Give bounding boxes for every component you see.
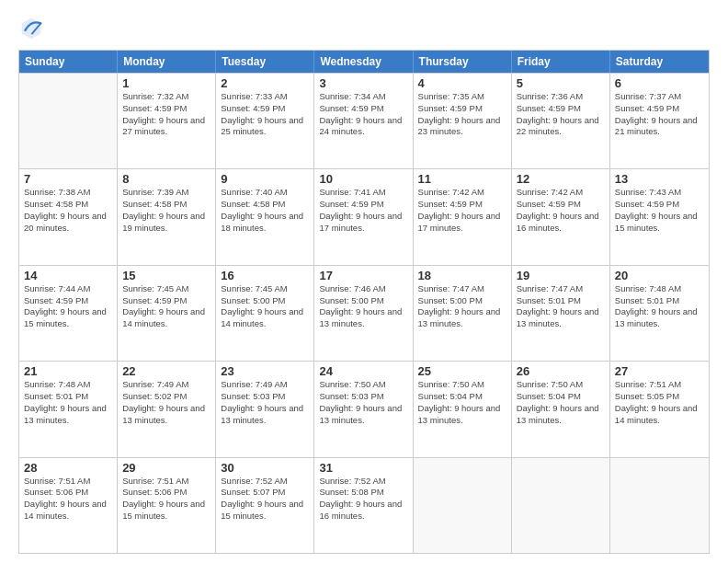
cal-cell: 7Sunrise: 7:38 AMSunset: 4:58 PMDaylight… — [19, 169, 118, 264]
day-info: Sunrise: 7:33 AMSunset: 4:59 PMDaylight:… — [221, 91, 309, 138]
cal-cell — [512, 458, 610, 553]
day-number: 21 — [24, 364, 112, 378]
day-number: 5 — [517, 76, 605, 90]
cal-cell — [414, 458, 512, 553]
day-number: 19 — [517, 269, 605, 282]
day-number: 9 — [221, 172, 309, 186]
day-info: Sunrise: 7:45 AMSunset: 5:00 PMDaylight:… — [221, 283, 309, 330]
week-row-2: 14Sunrise: 7:44 AMSunset: 4:59 PMDayligh… — [19, 265, 709, 361]
day-number: 27 — [615, 364, 704, 378]
day-number: 20 — [615, 269, 704, 282]
cal-cell: 10Sunrise: 7:41 AMSunset: 4:59 PMDayligh… — [314, 169, 413, 264]
cal-cell: 20Sunrise: 7:48 AMSunset: 5:01 PMDayligh… — [610, 266, 709, 361]
cal-cell: 19Sunrise: 7:47 AMSunset: 5:01 PMDayligh… — [512, 266, 610, 361]
day-number: 2 — [221, 76, 309, 90]
cal-cell: 30Sunrise: 7:52 AMSunset: 5:07 PMDayligh… — [216, 458, 314, 553]
cal-cell: 11Sunrise: 7:42 AMSunset: 4:59 PMDayligh… — [414, 169, 512, 264]
day-number: 18 — [418, 269, 506, 282]
day-info: Sunrise: 7:52 AMSunset: 5:07 PMDaylight:… — [221, 476, 309, 523]
day-info: Sunrise: 7:45 AMSunset: 4:59 PMDaylight:… — [122, 283, 210, 330]
cal-cell: 12Sunrise: 7:42 AMSunset: 4:59 PMDayligh… — [512, 169, 610, 264]
week-row-1: 7Sunrise: 7:38 AMSunset: 4:58 PMDaylight… — [19, 168, 709, 264]
cal-cell: 3Sunrise: 7:34 AMSunset: 4:59 PMDaylight… — [314, 74, 413, 168]
day-number: 15 — [122, 269, 210, 282]
day-number: 13 — [615, 172, 704, 186]
weekday-header-thursday: Thursday — [414, 51, 512, 73]
cal-cell: 18Sunrise: 7:47 AMSunset: 5:00 PMDayligh… — [414, 266, 512, 361]
day-info: Sunrise: 7:32 AMSunset: 4:59 PMDaylight:… — [122, 91, 210, 138]
page: SundayMondayTuesdayWednesdayThursdayFrid… — [0, 0, 728, 563]
day-number: 7 — [24, 172, 112, 186]
cal-cell: 26Sunrise: 7:50 AMSunset: 5:04 PMDayligh… — [512, 362, 610, 456]
cal-cell: 1Sunrise: 7:32 AMSunset: 4:59 PMDaylight… — [118, 74, 216, 168]
day-number: 12 — [517, 172, 605, 186]
day-info: Sunrise: 7:49 AMSunset: 5:03 PMDaylight:… — [221, 379, 309, 426]
day-info: Sunrise: 7:41 AMSunset: 4:59 PMDaylight:… — [319, 187, 407, 234]
cal-cell: 22Sunrise: 7:49 AMSunset: 5:02 PMDayligh… — [118, 362, 216, 456]
day-info: Sunrise: 7:37 AMSunset: 4:59 PMDaylight:… — [615, 91, 704, 138]
cal-cell: 15Sunrise: 7:45 AMSunset: 4:59 PMDayligh… — [118, 266, 216, 361]
day-info: Sunrise: 7:48 AMSunset: 5:01 PMDaylight:… — [615, 283, 704, 330]
day-info: Sunrise: 7:50 AMSunset: 5:03 PMDaylight:… — [319, 379, 407, 426]
day-number: 31 — [319, 461, 407, 475]
cal-cell: 27Sunrise: 7:51 AMSunset: 5:05 PMDayligh… — [610, 362, 709, 456]
day-number: 17 — [319, 269, 407, 282]
day-info: Sunrise: 7:49 AMSunset: 5:02 PMDaylight:… — [122, 379, 210, 426]
day-number: 14 — [24, 269, 112, 282]
day-info: Sunrise: 7:40 AMSunset: 4:58 PMDaylight:… — [221, 187, 309, 234]
weekday-header-wednesday: Wednesday — [314, 51, 413, 73]
day-number: 28 — [24, 461, 112, 475]
day-number: 6 — [615, 76, 704, 90]
cal-cell: 28Sunrise: 7:51 AMSunset: 5:06 PMDayligh… — [19, 458, 118, 553]
day-number: 10 — [319, 172, 407, 186]
day-info: Sunrise: 7:38 AMSunset: 4:58 PMDaylight:… — [24, 187, 112, 234]
cal-cell: 6Sunrise: 7:37 AMSunset: 4:59 PMDaylight… — [610, 74, 709, 168]
cal-cell: 14Sunrise: 7:44 AMSunset: 4:59 PMDayligh… — [19, 266, 118, 361]
day-info: Sunrise: 7:36 AMSunset: 4:59 PMDaylight:… — [517, 91, 605, 138]
day-info: Sunrise: 7:44 AMSunset: 4:59 PMDaylight:… — [24, 283, 112, 330]
weekday-header-friday: Friday — [512, 51, 610, 73]
cal-cell: 13Sunrise: 7:43 AMSunset: 4:59 PMDayligh… — [610, 169, 709, 264]
cal-cell: 25Sunrise: 7:50 AMSunset: 5:04 PMDayligh… — [414, 362, 512, 456]
day-number: 4 — [418, 76, 506, 90]
day-info: Sunrise: 7:42 AMSunset: 4:59 PMDaylight:… — [517, 187, 605, 234]
day-number: 16 — [221, 269, 309, 282]
week-row-0: 1Sunrise: 7:32 AMSunset: 4:59 PMDaylight… — [19, 73, 709, 168]
day-number: 30 — [221, 461, 309, 475]
weekday-header-sunday: Sunday — [19, 51, 118, 73]
cal-cell: 31Sunrise: 7:52 AMSunset: 5:08 PMDayligh… — [314, 458, 413, 553]
day-info: Sunrise: 7:34 AMSunset: 4:59 PMDaylight:… — [319, 91, 407, 138]
day-number: 3 — [319, 76, 407, 90]
cal-cell — [610, 458, 709, 553]
day-number: 22 — [122, 364, 210, 378]
weekday-header-monday: Monday — [118, 51, 216, 73]
day-info: Sunrise: 7:43 AMSunset: 4:59 PMDaylight:… — [615, 187, 704, 234]
svg-marker-0 — [22, 18, 41, 39]
calendar-header: SundayMondayTuesdayWednesdayThursdayFrid… — [19, 51, 709, 73]
cal-cell: 9Sunrise: 7:40 AMSunset: 4:58 PMDaylight… — [216, 169, 314, 264]
cal-cell: 21Sunrise: 7:48 AMSunset: 5:01 PMDayligh… — [19, 362, 118, 456]
day-info: Sunrise: 7:50 AMSunset: 5:04 PMDaylight:… — [418, 379, 506, 426]
day-number: 1 — [122, 76, 210, 90]
calendar: SundayMondayTuesdayWednesdayThursdayFrid… — [18, 50, 710, 554]
cal-cell — [19, 74, 118, 168]
day-info: Sunrise: 7:47 AMSunset: 5:00 PMDaylight:… — [418, 283, 506, 330]
day-info: Sunrise: 7:51 AMSunset: 5:06 PMDaylight:… — [24, 476, 112, 523]
day-info: Sunrise: 7:35 AMSunset: 4:59 PMDaylight:… — [418, 91, 506, 138]
day-number: 11 — [418, 172, 506, 186]
cal-cell: 5Sunrise: 7:36 AMSunset: 4:59 PMDaylight… — [512, 74, 610, 168]
day-info: Sunrise: 7:51 AMSunset: 5:05 PMDaylight:… — [615, 379, 704, 426]
cal-cell: 29Sunrise: 7:51 AMSunset: 5:06 PMDayligh… — [118, 458, 216, 553]
day-info: Sunrise: 7:39 AMSunset: 4:58 PMDaylight:… — [122, 187, 210, 234]
day-info: Sunrise: 7:48 AMSunset: 5:01 PMDaylight:… — [24, 379, 112, 426]
cal-cell: 24Sunrise: 7:50 AMSunset: 5:03 PMDayligh… — [314, 362, 413, 456]
day-info: Sunrise: 7:42 AMSunset: 4:59 PMDaylight:… — [418, 187, 506, 234]
day-number: 25 — [418, 364, 506, 378]
logo — [18, 15, 48, 40]
day-number: 26 — [517, 364, 605, 378]
day-number: 29 — [122, 461, 210, 475]
cal-cell: 8Sunrise: 7:39 AMSunset: 4:58 PMDaylight… — [118, 169, 216, 264]
day-info: Sunrise: 7:52 AMSunset: 5:08 PMDaylight:… — [319, 476, 407, 523]
cal-cell: 17Sunrise: 7:46 AMSunset: 5:00 PMDayligh… — [314, 266, 413, 361]
week-row-3: 21Sunrise: 7:48 AMSunset: 5:01 PMDayligh… — [19, 361, 709, 456]
